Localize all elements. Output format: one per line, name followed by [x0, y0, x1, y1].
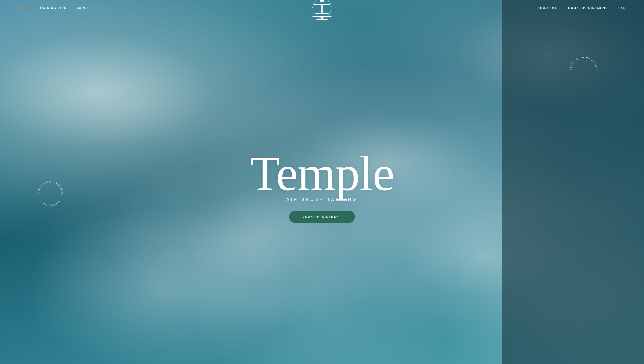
nav-faq[interactable]: FAQ [618, 6, 626, 10]
main-title: Temple [250, 153, 394, 194]
nav-home[interactable]: HOME [18, 6, 29, 10]
nav-right: ABOUT ME BOOK APPOINTMENT FAQ [538, 6, 626, 10]
nav-left: HOME TANNING TIPS MENU [18, 6, 88, 10]
nav-book-appointment[interactable]: BOOK APPOINTMENT [568, 6, 608, 10]
svg-point-1 [320, 0, 324, 2]
nav-about-me[interactable]: ABOUT ME [538, 6, 557, 10]
nav-menu[interactable]: MENU [77, 6, 88, 10]
hero-subtitle: AIR BRUSH TANNING [286, 197, 358, 202]
hero-content: Temple AIR BRUSH TANNING BOOK APPOINTMEN… [0, 12, 644, 364]
book-appointment-button[interactable]: BOOK APPOINTMENT [289, 211, 355, 223]
nav-tanning-tips[interactable]: TANNING TIPS [40, 6, 67, 10]
hero-section: HOME TANNING TIPS MENU TEMPLE · AIRBRUSH… [0, 0, 644, 364]
